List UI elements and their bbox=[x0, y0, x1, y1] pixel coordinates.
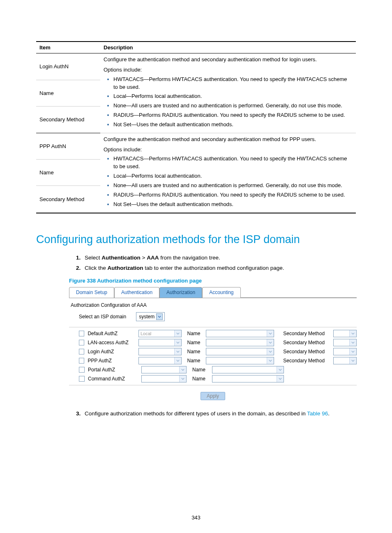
checkbox[interactable] bbox=[79, 349, 84, 355]
isp-domain-value: system bbox=[139, 314, 154, 320]
chevron-down-icon bbox=[179, 366, 186, 373]
name-label: Name bbox=[192, 376, 209, 382]
checkbox[interactable] bbox=[79, 358, 84, 364]
opt-notset-2: Not Set—Uses the default authentication … bbox=[113, 201, 353, 209]
method-select[interactable] bbox=[141, 375, 187, 382]
authz-row: Default AuthZLocalNameSecondary Method bbox=[79, 330, 357, 337]
chevron-down-icon bbox=[267, 348, 274, 355]
tab-authorization[interactable]: Authorization bbox=[159, 287, 202, 298]
name-select[interactable] bbox=[212, 366, 284, 373]
secondary-method-label: Secondary Method bbox=[283, 349, 330, 355]
name-select[interactable] bbox=[206, 348, 274, 355]
options-list-2: HWTACACS—Performs HWTACACS authenticatio… bbox=[104, 155, 353, 208]
desc-login: Configure the authentication method and … bbox=[100, 53, 356, 133]
desc-ppp: Configure the authentication method and … bbox=[100, 133, 356, 213]
chevron-down-icon bbox=[277, 366, 284, 373]
authz-label: Command AuthZ bbox=[88, 376, 138, 382]
desc-login-intro: Configure the authentication method and … bbox=[104, 56, 317, 63]
figure-caption: Figure 338 Authorization method configur… bbox=[69, 278, 356, 284]
secondary-method-label: Secondary Method bbox=[283, 358, 330, 364]
opt-local-2: Local—Performs local authentication. bbox=[113, 172, 353, 180]
chevron-down-icon bbox=[349, 348, 356, 355]
method-select[interactable] bbox=[138, 339, 182, 346]
procedure-steps: Select Authentication > AAA from the nav… bbox=[36, 253, 356, 273]
name-label: Name bbox=[187, 349, 203, 355]
opt-radius: RADIUS—Performs RADIUS authentication. Y… bbox=[113, 111, 353, 119]
checkbox[interactable] bbox=[79, 340, 84, 345]
method-select[interactable] bbox=[141, 366, 187, 373]
secondary-method-select[interactable] bbox=[333, 348, 357, 355]
chevron-down-icon bbox=[156, 313, 163, 320]
authz-row: Command AuthZName bbox=[79, 375, 357, 382]
checkbox[interactable] bbox=[79, 367, 85, 373]
method-select[interactable]: Local bbox=[138, 330, 182, 337]
chevron-down-icon bbox=[174, 330, 181, 337]
apply-button[interactable]: Apply bbox=[201, 392, 225, 400]
row-name-1: Name bbox=[36, 80, 100, 107]
step-2: Click the Authorization tab to enter the… bbox=[82, 264, 356, 273]
chevron-down-icon bbox=[174, 357, 181, 364]
name-select[interactable] bbox=[206, 339, 274, 346]
table-96-link[interactable]: Table 96 bbox=[307, 410, 328, 417]
row-secondary-2: Secondary Method bbox=[36, 186, 100, 213]
chevron-down-icon bbox=[349, 357, 356, 364]
step-1: Select Authentication > AAA from the nav… bbox=[82, 253, 356, 262]
secondary-method-select[interactable] bbox=[333, 357, 357, 364]
row-ppp-authn: PPP AuthN bbox=[36, 133, 100, 159]
authz-label: Portal AuthZ bbox=[88, 367, 138, 373]
opt-hwtacacs: HWTACACS—Performs HWTACACS authenticatio… bbox=[113, 76, 353, 91]
authz-row: PPP AuthZNameSecondary Method bbox=[79, 357, 357, 364]
row-login-authn: Login AuthN bbox=[36, 53, 100, 80]
options-label-2: Options include: bbox=[104, 146, 353, 154]
section-label: Authorization Configuration of AAA bbox=[71, 302, 357, 308]
secondary-method-label: Secondary Method bbox=[283, 331, 330, 336]
options-label: Options include: bbox=[104, 66, 353, 74]
name-label: Name bbox=[187, 358, 203, 364]
th-description: Description bbox=[100, 42, 356, 53]
chevron-down-icon bbox=[277, 375, 284, 382]
name-select[interactable] bbox=[212, 375, 284, 382]
name-select[interactable] bbox=[206, 357, 274, 364]
tab-accounting[interactable]: Accounting bbox=[202, 287, 240, 298]
authz-row: Login AuthZNameSecondary Method bbox=[79, 348, 357, 355]
row-name-2: Name bbox=[36, 160, 100, 186]
procedure-steps-cont: Configure authorization methods for diff… bbox=[36, 409, 356, 418]
options-list: HWTACACS—Performs HWTACACS authenticatio… bbox=[104, 76, 353, 129]
checkbox[interactable] bbox=[79, 331, 84, 336]
checkbox[interactable] bbox=[79, 376, 85, 382]
auth-method-table: Item Description Login AuthN Configure t… bbox=[36, 41, 356, 213]
separator bbox=[69, 327, 357, 327]
name-select[interactable] bbox=[206, 330, 274, 337]
opt-none-2: None—All users are trusted and no authen… bbox=[113, 182, 353, 190]
chevron-down-icon bbox=[174, 339, 181, 346]
name-label: Name bbox=[187, 340, 203, 345]
method-select[interactable] bbox=[138, 357, 182, 364]
chevron-down-icon bbox=[267, 330, 274, 337]
chevron-down-icon bbox=[349, 330, 356, 337]
section-title: Configuring authorization methods for th… bbox=[36, 233, 356, 246]
name-label: Name bbox=[187, 331, 203, 336]
th-item: Item bbox=[36, 42, 100, 53]
method-select[interactable] bbox=[138, 348, 182, 355]
select-domain-label: Select an ISP domain bbox=[79, 314, 126, 320]
secondary-method-select[interactable] bbox=[333, 339, 357, 346]
step-3: Configure authorization methods for diff… bbox=[82, 409, 356, 418]
opt-hwtacacs-2: HWTACACS—Performs HWTACACS authenticatio… bbox=[113, 155, 353, 171]
desc-ppp-intro: Configure the authentication method and … bbox=[104, 136, 316, 142]
tab-authentication[interactable]: Authentication bbox=[114, 287, 159, 298]
authz-row: Portal AuthZName bbox=[79, 366, 357, 373]
chevron-down-icon bbox=[267, 339, 274, 346]
page-number: 343 bbox=[0, 514, 392, 521]
isp-domain-select[interactable]: system bbox=[136, 312, 165, 321]
secondary-method-label: Secondary Method bbox=[283, 340, 330, 345]
secondary-method-select[interactable] bbox=[333, 330, 357, 337]
tab-bar: Domain Setup Authentication Authorizatio… bbox=[69, 287, 357, 298]
opt-none: None—All users are trusted and no authen… bbox=[113, 102, 353, 110]
chevron-down-icon bbox=[349, 339, 356, 346]
chevron-down-icon bbox=[174, 348, 181, 355]
name-label: Name bbox=[192, 367, 209, 373]
separator bbox=[69, 385, 357, 385]
authz-label: Default AuthZ bbox=[88, 331, 135, 336]
authz-label: LAN-access AuthZ bbox=[88, 340, 135, 345]
tab-domain-setup[interactable]: Domain Setup bbox=[69, 287, 114, 298]
